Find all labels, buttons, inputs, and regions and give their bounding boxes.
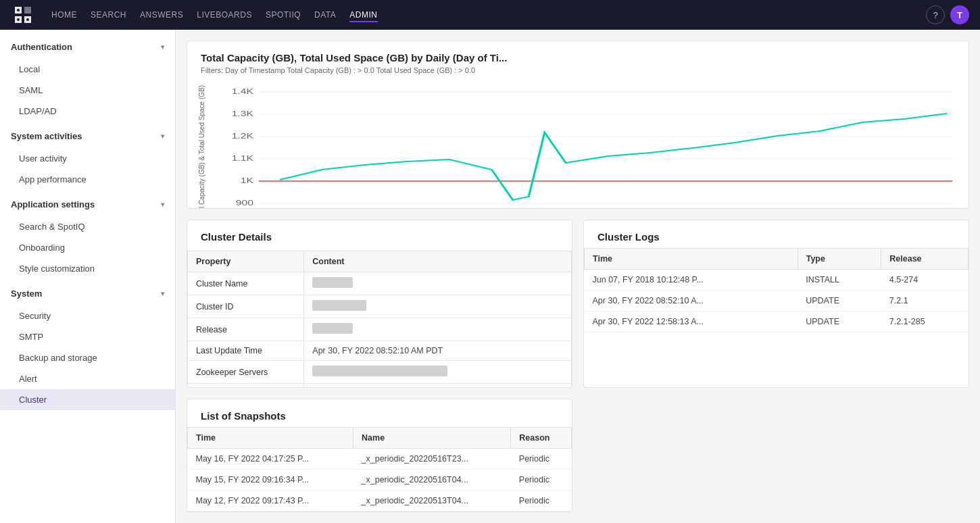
sidebar-section-authentication-header[interactable]: Authentication ▾ xyxy=(0,35,175,59)
cluster-detail-content xyxy=(304,361,572,384)
chevron-down-icon: ▾ xyxy=(161,43,164,51)
sidebar-item-onboarding[interactable]: Onboarding xyxy=(0,237,175,258)
log-cell-type: UPDATE xyxy=(798,312,881,332)
svg-text:1.2K: 1.2K xyxy=(232,132,253,140)
sidebar-section-system: System ▾ Security SMTP Backup and storag… xyxy=(0,282,175,410)
cluster-details-card: Cluster Details Property Content Cluster… xyxy=(187,220,572,388)
sidebar-item-smtp[interactable]: SMTP xyxy=(0,326,175,347)
cluster-detail-content xyxy=(304,384,572,389)
snapshot-cell-name: _x_periodic_20220516T04... xyxy=(353,470,511,491)
nav-home[interactable]: HOME xyxy=(51,7,77,22)
cluster-details-title: Cluster Details xyxy=(201,231,558,243)
logs-col-release: Release xyxy=(881,249,969,270)
chart-area: 1.4K 1.3K 1.2K 1.1K 1K 900 Mar 08 Mar 18… xyxy=(216,85,958,209)
nav-liveboards[interactable]: LIVEBOARDS xyxy=(197,7,252,22)
sidebar-item-saml[interactable]: SAML xyxy=(0,80,175,101)
snapshots-scroll[interactable]: Time Name Reason May 16, FY 2022 04:17:2… xyxy=(187,427,572,512)
log-cell-time: Jun 07, FY 2018 10:12:48 P... xyxy=(585,270,798,291)
cluster-logs-scroll[interactable]: Time Type Release Jun 07, FY 2018 10:12:… xyxy=(584,248,969,332)
log-cell-release: 4.5-274 xyxy=(881,270,969,291)
cluster-logs-table: Time Type Release Jun 07, FY 2018 10:12:… xyxy=(584,248,969,332)
snapshot-cell-time: May 16, FY 2022 04:17:25 P... xyxy=(188,449,353,470)
sidebar-section-system-header[interactable]: System ▾ xyxy=(0,282,175,305)
table-row: Apr 30, FY 2022 12:58:13 A...UPDATE7.2.1… xyxy=(585,312,969,332)
cluster-details-col-content: Content xyxy=(304,251,572,272)
svg-point-5 xyxy=(17,18,20,21)
layout: Authentication ▾ Local SAML LDAP/AD Syst… xyxy=(0,30,980,523)
sidebar-item-search-spotiq[interactable]: Search & SpotIQ xyxy=(0,216,175,237)
svg-rect-2 xyxy=(24,7,31,14)
topnav: HOME SEARCH ANSWERS LIVEBOARDS SPOTIIQ D… xyxy=(0,0,980,30)
table-row: May 15, FY 2022 09:16:34 P..._x_periodic… xyxy=(188,470,572,491)
sidebar-item-style-customization[interactable]: Style customization xyxy=(0,258,175,279)
sidebar: Authentication ▾ Local SAML LDAP/AD Syst… xyxy=(0,30,176,523)
logs-col-time: Time xyxy=(585,249,798,270)
table-row: May 16, FY 2022 04:17:25 P..._x_periodic… xyxy=(188,449,572,470)
chevron-down-icon: ▾ xyxy=(161,201,164,208)
chart-subtitle: Filters: Day of Timestamp Total Capacity… xyxy=(201,66,955,74)
nav-spotiiq[interactable]: SPOTIIQ xyxy=(266,7,301,22)
svg-point-6 xyxy=(26,18,29,21)
snapshot-cell-name: _x_periodic_20220513T04... xyxy=(353,491,511,512)
chart-card: Total Capacity (GB), Total Used Space (G… xyxy=(187,41,969,209)
table-row: Zookeeper Servers xyxy=(188,361,572,384)
cluster-detail-content xyxy=(304,318,572,341)
snapshot-cell-time: May 15, FY 2022 09:16:34 P... xyxy=(188,470,353,491)
sidebar-item-alert[interactable]: Alert xyxy=(0,368,175,389)
cluster-logs-card: Cluster Logs Time Type Release Jun 07, F… xyxy=(583,220,969,388)
table-row: May 12, FY 2022 09:17:43 P..._x_periodic… xyxy=(188,491,572,512)
nav-answers[interactable]: ANSWERS xyxy=(140,7,183,22)
chart-y-label: Total Capacity (GB) & Total Used Space (… xyxy=(198,85,205,209)
table-row: Jun 07, FY 2018 10:12:48 P...INSTALL4.5-… xyxy=(585,270,969,291)
svg-text:1.4K: 1.4K xyxy=(232,88,253,95)
cluster-detail-property: Cluster ID xyxy=(188,295,304,318)
cluster-details-table: Property Content Cluster NameCluster IDR… xyxy=(187,251,572,388)
snapshot-cell-reason: Periodic xyxy=(511,449,572,470)
nav-right: ? T xyxy=(926,5,969,24)
log-cell-type: UPDATE xyxy=(798,291,881,312)
sidebar-item-ldap[interactable]: LDAP/AD xyxy=(0,101,175,122)
snapshots-col-name: Name xyxy=(353,428,511,449)
sidebar-section-application-settings-header[interactable]: Application settings ▾ xyxy=(0,193,175,216)
sidebar-item-local[interactable]: Local xyxy=(0,59,175,80)
cluster-detail-content: Apr 30, FY 2022 08:52:10 AM PDT xyxy=(304,341,572,361)
main-content: Total Capacity (GB), Total Used Space (G… xyxy=(176,30,980,523)
nav-data[interactable]: DATA xyxy=(314,7,336,22)
cluster-detail-content xyxy=(304,272,572,295)
chart-card-header: Total Capacity (GB), Total Used Space (G… xyxy=(187,41,969,80)
cluster-detail-property: Last Update Time xyxy=(188,341,304,361)
cluster-logs-title: Cluster Logs xyxy=(597,231,955,243)
help-button[interactable]: ? xyxy=(926,5,945,24)
sidebar-section-system-activities-header[interactable]: System activities ▾ xyxy=(0,124,175,148)
chart-container: Total Capacity (GB) & Total Used Space (… xyxy=(187,80,969,209)
sidebar-item-app-performance[interactable]: App performance xyxy=(0,169,175,190)
sidebar-section-application-settings: Application settings ▾ Search & SpotIQ O… xyxy=(0,193,175,279)
cluster-detail-property: Cluster Name xyxy=(188,272,304,295)
logs-col-type: Type xyxy=(798,249,881,270)
cluster-detail-property: HDFS Name Nod... xyxy=(188,384,304,389)
sidebar-item-security[interactable]: Security xyxy=(0,305,175,326)
snapshots-col-time: Time xyxy=(188,428,353,449)
user-avatar[interactable]: T xyxy=(950,5,969,24)
snapshot-cell-name: _x_periodic_20220516T23... xyxy=(353,449,511,470)
nav-admin[interactable]: ADMIN xyxy=(349,7,377,22)
snapshots-table: Time Name Reason May 16, FY 2022 04:17:2… xyxy=(187,427,572,512)
cluster-details-header: Cluster Details xyxy=(187,220,572,251)
table-row: HDFS Name Nod... xyxy=(188,384,572,389)
sidebar-section-system-label: System xyxy=(11,289,42,299)
nav-search[interactable]: SEARCH xyxy=(91,7,126,22)
sidebar-section-authentication-label: Authentication xyxy=(11,42,72,52)
table-row: Release xyxy=(188,318,572,341)
nav-links: HOME SEARCH ANSWERS LIVEBOARDS SPOTIIQ D… xyxy=(51,7,910,22)
logo[interactable] xyxy=(11,3,35,27)
sidebar-item-backup-storage[interactable]: Backup and storage xyxy=(0,347,175,368)
chart-svg: 1.4K 1.3K 1.2K 1.1K 1K 900 Mar 08 Mar 18… xyxy=(216,85,958,209)
chevron-down-icon: ▾ xyxy=(161,290,164,297)
sidebar-section-application-settings-label: Application settings xyxy=(11,199,95,209)
sidebar-item-cluster[interactable]: Cluster xyxy=(0,389,175,410)
sidebar-item-user-activity[interactable]: User activity xyxy=(0,148,175,169)
table-row: Apr 30, FY 2022 08:52:10 A...UPDATE7.2.1 xyxy=(585,291,969,312)
log-cell-release: 7.2.1-285 xyxy=(881,312,969,332)
table-row: Cluster Name xyxy=(188,272,572,295)
sidebar-section-system-activities: System activities ▾ User activity App pe… xyxy=(0,124,175,190)
